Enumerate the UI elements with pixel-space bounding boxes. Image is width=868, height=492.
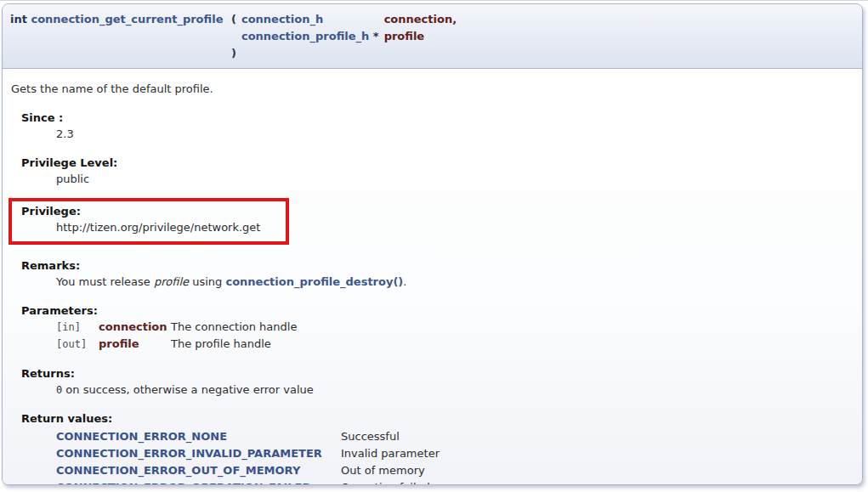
param-description: The profile handle xyxy=(171,336,297,353)
param-type-link-connection-h[interactable]: connection_h xyxy=(241,13,323,25)
return-value-row: CONNECTION_ERROR_NONE Successful xyxy=(56,428,467,445)
param-name: profile xyxy=(99,336,171,353)
returns-section: Returns: 0 on success, otherwise a negat… xyxy=(8,366,854,398)
since-value: 2.3 xyxy=(56,127,854,142)
signature-row-2: connection_profile_h * profile xyxy=(8,28,459,45)
return-values-heading: Return values: xyxy=(21,411,854,427)
remarks-heading: Remarks: xyxy=(21,258,854,274)
function-description: Gets the name of the default profile. xyxy=(11,82,854,97)
remarks-text-before: You must release xyxy=(56,275,154,288)
close-paren: ) xyxy=(229,45,239,62)
param-type-cell: connection_profile_h * xyxy=(239,28,382,45)
parameters-heading: Parameters: xyxy=(21,303,854,319)
param-type-suffix: * xyxy=(369,30,378,42)
open-paren: ( xyxy=(229,11,239,28)
remarks-emphasis-profile: profile xyxy=(154,275,189,288)
return-value-desc: Operation failed xyxy=(341,479,467,485)
param-direction: [in] xyxy=(56,319,99,336)
privilege-level-heading: Privilege Level: xyxy=(21,156,854,171)
previous-section-divider xyxy=(0,0,868,1)
signature-row-1: int connection_get_current_profile ( con… xyxy=(8,11,459,28)
remarks-section: Remarks: You must release profile using … xyxy=(8,258,854,290)
return-value-desc: Successful xyxy=(341,428,467,445)
return-value-link[interactable]: CONNECTION_ERROR_OUT_OF_MEMORY xyxy=(56,464,300,477)
privilege-level-value: public xyxy=(56,172,854,187)
function-doc-panel: int connection_get_current_profile ( con… xyxy=(2,3,863,485)
connection-profile-destroy-link[interactable]: connection_profile_destroy() xyxy=(225,275,403,288)
since-section: Since : 2.3 xyxy=(8,110,854,142)
param-direction: [out] xyxy=(56,336,99,353)
function-memname: int connection_get_current_profile xyxy=(8,11,229,28)
since-heading: Since : xyxy=(21,110,854,126)
returns-heading: Returns: xyxy=(21,366,854,382)
param-type-link-connection-profile-h[interactable]: connection_profile_h xyxy=(241,30,369,42)
return-value-row: CONNECTION_ERROR_OUT_OF_MEMORY Out of me… xyxy=(56,462,467,479)
remarks-text-after: . xyxy=(403,275,406,288)
param-row: [in] connection The connection handle xyxy=(56,319,297,336)
return-values-section: Return values: CONNECTION_ERROR_NONE Suc… xyxy=(8,411,854,485)
parameters-table: [in] connection The connection handle [o… xyxy=(56,319,297,353)
privilege-level-section: Privilege Level: public xyxy=(8,156,854,187)
return-value-desc: Invalid parameter xyxy=(341,445,467,462)
return-value-row: CONNECTION_ERROR_OPERATION_FAILED Operat… xyxy=(56,479,467,485)
remarks-text: You must release profile using connectio… xyxy=(56,274,854,290)
signature-row-3: ) xyxy=(8,45,459,62)
signature-table: int connection_get_current_profile ( con… xyxy=(8,11,459,62)
return-type: int xyxy=(10,13,31,25)
privilege-section: Privilege: http://tizen.org/privilege/ne… xyxy=(12,204,286,235)
return-value-row: CONNECTION_ERROR_INVALID_PARAMETER Inval… xyxy=(56,445,467,462)
privilege-highlight-annotation: Privilege: http://tizen.org/privilege/ne… xyxy=(9,198,289,245)
function-signature-header: int connection_get_current_profile ( con… xyxy=(3,4,862,69)
remarks-text-middle: using xyxy=(189,275,225,288)
privilege-value: http://tizen.org/privilege/network.get xyxy=(56,220,286,235)
param-type-cell: connection_h xyxy=(239,11,382,28)
function-name: connection_get_current_profile xyxy=(31,13,223,25)
privilege-heading: Privilege: xyxy=(21,204,286,219)
return-value-link[interactable]: CONNECTION_ERROR_INVALID_PARAMETER xyxy=(56,447,322,460)
return-value-link[interactable]: CONNECTION_ERROR_NONE xyxy=(56,430,227,443)
return-values-table: CONNECTION_ERROR_NONE Successful CONNECT… xyxy=(56,428,467,485)
param-name-connection: connection, xyxy=(382,11,459,28)
function-doc-body: Gets the name of the default profile. Si… xyxy=(3,69,862,485)
returns-value: 0 on success, otherwise a negative error… xyxy=(56,382,854,398)
return-value-desc: Out of memory xyxy=(341,462,467,479)
param-name-profile: profile xyxy=(382,28,459,45)
param-row: [out] profile The profile handle xyxy=(56,336,297,353)
parameters-section: Parameters: [in] connection The connecti… xyxy=(8,303,854,353)
return-value-link[interactable]: CONNECTION_ERROR_OPERATION_FAILED xyxy=(56,481,311,485)
param-description: The connection handle xyxy=(171,319,297,336)
returns-text: on success, otherwise a negative error v… xyxy=(62,383,314,396)
param-name: connection xyxy=(99,319,171,336)
